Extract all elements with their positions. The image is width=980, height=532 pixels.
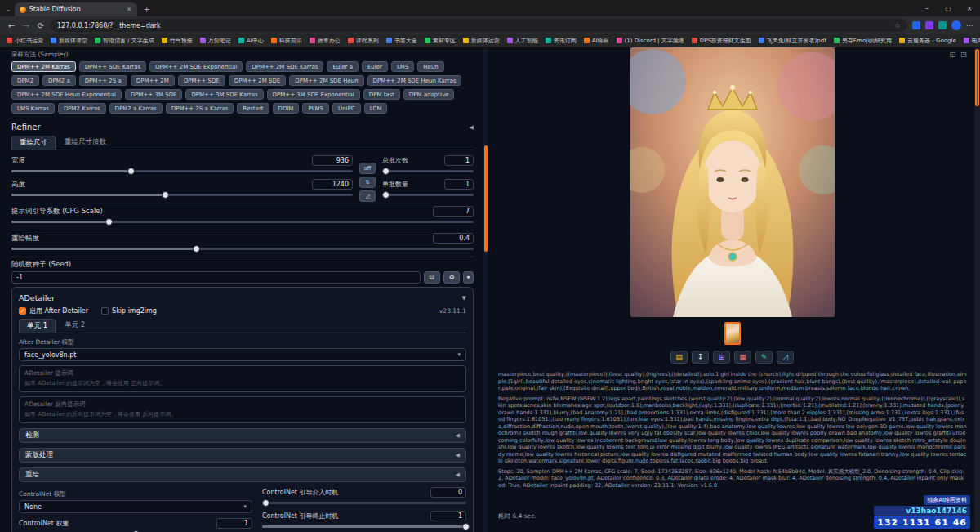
height-slider[interactable] bbox=[11, 194, 353, 196]
cfg-slider[interactable] bbox=[11, 221, 474, 223]
sampler-option[interactable]: Heun bbox=[417, 61, 443, 72]
bookmark-item[interactable]: 电商运营 bbox=[964, 37, 980, 45]
bookmark-item[interactable]: 云服务器 - Google bbox=[899, 37, 956, 45]
bookmark-item[interactable]: 素材专区 bbox=[425, 37, 456, 45]
extension-icon[interactable] bbox=[938, 21, 947, 29]
adetailer-prompt-textarea[interactable]: ADetailer 提示词 如果 ADetailer 的提示词为空，将会使用 正… bbox=[19, 365, 466, 392]
sampler-option[interactable]: DPM++ 2M SDE Heun Karras bbox=[368, 75, 462, 86]
bookmark-item[interactable]: 竹白预报 bbox=[162, 37, 193, 45]
sampler-option[interactable]: DDIM bbox=[273, 103, 300, 114]
sampler-option[interactable]: DPM++ 2M SDE Exponential bbox=[149, 61, 243, 72]
save-zip-icon[interactable]: ⊞ bbox=[713, 351, 730, 364]
width-input[interactable]: 936 bbox=[312, 155, 353, 166]
bookmark-item[interactable]: 万知笔记 bbox=[200, 37, 231, 45]
sampler-option[interactable]: DPM++ 2S a bbox=[79, 75, 127, 86]
bookmark-item[interactable]: 书签大全 bbox=[386, 37, 417, 45]
sampler-option[interactable]: DPM++ 2S a Karras bbox=[166, 103, 234, 114]
new-tab-button[interactable]: + bbox=[144, 5, 150, 14]
sampler-option[interactable]: DPM2 a Karras bbox=[109, 103, 163, 114]
sampler-option[interactable]: DPM++ 2M SDE Karras bbox=[246, 61, 323, 72]
sampler-option[interactable]: PLMS bbox=[302, 103, 329, 114]
controlnet-weight-input[interactable]: 1 bbox=[216, 518, 252, 529]
checkbox-empty-icon[interactable] bbox=[101, 307, 109, 315]
bookmark-item[interactable]: 人工智能 bbox=[507, 37, 538, 45]
bookmark-star-icon[interactable]: ☆ bbox=[894, 21, 901, 29]
sampler-option[interactable]: DPM++ SDE Karras bbox=[79, 61, 146, 72]
forward-icon[interactable]: → bbox=[21, 21, 31, 30]
back-icon[interactable]: ← bbox=[7, 21, 16, 30]
batch-size-input[interactable]: 1 bbox=[444, 179, 474, 190]
batch-count-input[interactable]: 1 bbox=[444, 155, 474, 166]
checkbox-checked-icon[interactable]: ✓ bbox=[19, 307, 26, 315]
sampler-option[interactable]: UniPC bbox=[332, 103, 361, 114]
extension-icon[interactable] bbox=[912, 21, 920, 29]
auto-size-icon[interactable]: ◿ bbox=[359, 190, 376, 202]
adetailer-tab-unit2[interactable]: 单元 2 bbox=[57, 319, 92, 333]
denoise-slider[interactable] bbox=[11, 248, 474, 250]
tab-resize-to[interactable]: 重绘尺寸 bbox=[11, 136, 56, 150]
send-to-inpaint-icon[interactable]: ✎ bbox=[755, 351, 773, 364]
reload-icon[interactable]: ⟳ bbox=[36, 21, 46, 30]
cfg-input[interactable]: 7 bbox=[433, 206, 474, 217]
open-folder-icon[interactable]: ▤ bbox=[670, 351, 688, 364]
controlnet-model-dropdown[interactable]: None ▾ bbox=[19, 500, 252, 513]
bookmark-item[interactable]: 效率办公 bbox=[310, 37, 341, 45]
bookmark-item[interactable]: 新媒体课堂 bbox=[51, 37, 87, 45]
panel-scrollbar[interactable] bbox=[483, 47, 488, 532]
browser-tab[interactable]: Stable Diffusion × bbox=[15, 2, 137, 16]
sampler-option[interactable]: DPM2 a bbox=[42, 75, 76, 86]
sampler-option[interactable]: DPM++ 2M SDE Heun bbox=[289, 75, 363, 86]
controlnet-end-input[interactable]: 1 bbox=[430, 511, 466, 521]
denoise-input[interactable]: 0.4 bbox=[433, 233, 474, 244]
bookmark-item[interactable]: 课程系列 bbox=[348, 37, 379, 45]
bookmark-item[interactable]: 新媒体运营 bbox=[463, 37, 500, 45]
profile-avatar[interactable] bbox=[951, 20, 961, 30]
sampler-option[interactable]: LCM bbox=[364, 103, 388, 114]
random-seed-icon[interactable]: ⚄ bbox=[424, 271, 440, 284]
adetailer-model-dropdown[interactable]: face_yolov8n.pt ▾ bbox=[19, 348, 466, 361]
sampler-option[interactable]: DPM++ 3M SDE bbox=[125, 89, 183, 100]
bookmark-item[interactable]: DPS投资理财文生图 bbox=[692, 37, 751, 45]
width-slider[interactable] bbox=[11, 170, 353, 172]
sampler-option[interactable]: DPM2 bbox=[11, 75, 39, 86]
sampler-option[interactable]: DPM fast bbox=[363, 89, 400, 100]
tab-close-icon[interactable]: × bbox=[127, 6, 132, 13]
bookmark-item[interactable]: 另存Emoji的研究用 bbox=[834, 37, 892, 45]
sampler-option[interactable]: Euler a bbox=[327, 61, 359, 72]
bookmark-item[interactable]: 飞天兔(独立开发者)pdf bbox=[759, 37, 826, 45]
skip-img2img-checkbox[interactable]: Skip img2img bbox=[101, 307, 157, 315]
sampler-option[interactable]: LMS bbox=[391, 61, 414, 72]
window-scrollbar[interactable] bbox=[974, 47, 980, 532]
bookmark-item[interactable]: 科技前沿 bbox=[271, 37, 302, 45]
adetailer-negative-textarea[interactable]: ADetailer 反向提示词 如果 ADetailer 的反向提示词为空，将会… bbox=[19, 396, 466, 423]
tab-search-icon[interactable]: ⌄ bbox=[5, 5, 11, 13]
bookmark-item[interactable]: 智谱清言 / 文字生成 bbox=[95, 37, 154, 45]
extension-icon[interactable] bbox=[925, 21, 933, 29]
detection-section-header[interactable]: 检测 ◀ bbox=[19, 428, 466, 443]
inpaint-section-header[interactable]: 重绘 ◀ bbox=[19, 467, 466, 482]
collapse-icon[interactable]: ▼ bbox=[462, 295, 466, 302]
send-to-img2img-icon[interactable]: ▦ bbox=[734, 351, 751, 364]
maximize-button[interactable]: ▢ bbox=[938, 0, 959, 16]
save-image-icon[interactable]: ↧ bbox=[692, 351, 709, 364]
refiner-section-header[interactable]: Refiner ◀ bbox=[11, 120, 474, 134]
minimize-button[interactable]: – bbox=[916, 0, 938, 16]
browser-menu-icon[interactable]: ⋯ bbox=[966, 21, 973, 29]
seed-input[interactable]: -1 bbox=[11, 271, 421, 284]
sampler-option[interactable]: DPM++ 3M SDE Exponential bbox=[267, 89, 360, 100]
bookmark-item[interactable]: AI中心 bbox=[238, 37, 264, 45]
controlnet-end-slider[interactable] bbox=[262, 525, 466, 528]
send-to-extras-icon[interactable]: ◿ bbox=[777, 351, 794, 364]
height-input[interactable]: 1240 bbox=[312, 179, 353, 190]
batch-count-slider[interactable] bbox=[382, 170, 474, 172]
sampler-option[interactable]: LMS Karras bbox=[11, 103, 55, 114]
thumbnail-selected[interactable] bbox=[724, 322, 741, 345]
sampler-option[interactable]: DPM++ 2M bbox=[131, 75, 175, 86]
adetailer-header[interactable]: ADetailer ▼ bbox=[19, 293, 466, 302]
collapse-icon[interactable]: ◀ bbox=[456, 432, 460, 439]
sampler-option[interactable]: DPM++ 2M SDE Heun Exponential bbox=[11, 89, 122, 100]
sampler-option[interactable]: DPM++ SDE bbox=[178, 75, 225, 86]
reuse-seed-icon[interactable]: ♻ bbox=[443, 271, 460, 284]
sampler-option[interactable]: Euler bbox=[362, 61, 388, 72]
controlnet-start-slider[interactable] bbox=[262, 502, 466, 504]
